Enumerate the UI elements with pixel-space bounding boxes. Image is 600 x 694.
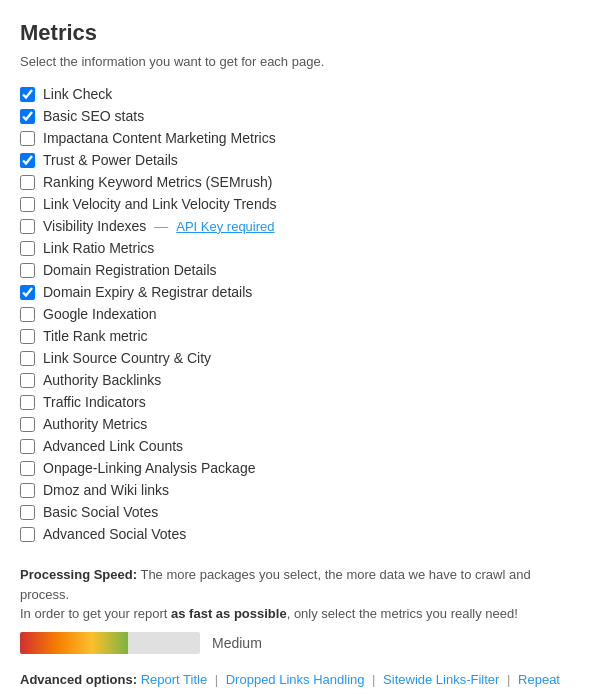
- metric-label-ranking-keyword[interactable]: Ranking Keyword Metrics (SEMrush): [43, 174, 273, 190]
- metric-label-link-ratio[interactable]: Link Ratio Metrics: [43, 240, 154, 256]
- advanced-option-link-sitewide-links[interactable]: Sitewide Links-Filter: [383, 672, 499, 687]
- metric-label-visibility-indexes[interactable]: Visibility Indexes — API Key required: [43, 218, 275, 234]
- processing-bold: as fast as possible: [171, 606, 287, 621]
- metrics-list-item: Link Source Country & City: [20, 347, 580, 369]
- metric-label-advanced-social-votes[interactable]: Advanced Social Votes: [43, 526, 186, 542]
- page-title: Metrics: [20, 20, 580, 46]
- metric-checkbox-authority-backlinks[interactable]: [20, 373, 35, 388]
- metrics-list-item: Ranking Keyword Metrics (SEMrush): [20, 171, 580, 193]
- metric-checkbox-link-check[interactable]: [20, 87, 35, 102]
- metric-checkbox-domain-expiry[interactable]: [20, 285, 35, 300]
- processing-desc2: In order to get your report: [20, 606, 171, 621]
- metrics-list-item: Title Rank metric: [20, 325, 580, 347]
- metric-checkbox-impactana[interactable]: [20, 131, 35, 146]
- speed-bar-filled: [20, 632, 128, 654]
- metric-checkbox-basic-social-votes[interactable]: [20, 505, 35, 520]
- metrics-list-item: Link Check: [20, 83, 580, 105]
- metrics-list-item: Link Ratio Metrics: [20, 237, 580, 259]
- advanced-options-section: Advanced options: Report Title | Dropped…: [20, 670, 580, 695]
- pipe-separator: |: [503, 672, 514, 687]
- metric-label-onpage-linking[interactable]: Onpage-Linking Analysis Package: [43, 460, 255, 476]
- api-key-separator: —: [154, 218, 168, 234]
- metric-label-google-indexation[interactable]: Google Indexation: [43, 306, 157, 322]
- metrics-list-item: Dmoz and Wiki links: [20, 479, 580, 501]
- metric-checkbox-advanced-social-votes[interactable]: [20, 527, 35, 542]
- metric-checkbox-link-source-country[interactable]: [20, 351, 35, 366]
- advanced-option-link-dropped-links[interactable]: Dropped Links Handling: [226, 672, 365, 687]
- metrics-list-item: Authority Metrics: [20, 413, 580, 435]
- metric-checkbox-visibility-indexes[interactable]: [20, 219, 35, 234]
- speed-bar: [20, 632, 200, 654]
- metric-checkbox-google-indexation[interactable]: [20, 307, 35, 322]
- metric-label-traffic-indicators[interactable]: Traffic Indicators: [43, 394, 146, 410]
- metric-checkbox-title-rank[interactable]: [20, 329, 35, 344]
- advanced-option-link-report-title[interactable]: Report Title: [141, 672, 207, 687]
- metric-label-trust-power[interactable]: Trust & Power Details: [43, 152, 178, 168]
- metrics-list-item: Domain Expiry & Registrar details: [20, 281, 580, 303]
- advanced-options-label: Advanced options:: [20, 672, 137, 687]
- metric-checkbox-trust-power[interactable]: [20, 153, 35, 168]
- metric-checkbox-link-velocity[interactable]: [20, 197, 35, 212]
- metric-checkbox-domain-registration[interactable]: [20, 263, 35, 278]
- metric-checkbox-basic-seo-stats[interactable]: [20, 109, 35, 124]
- processing-speed-label: Processing Speed:: [20, 567, 137, 582]
- metric-label-title-rank[interactable]: Title Rank metric: [43, 328, 148, 344]
- metric-checkbox-traffic-indicators[interactable]: [20, 395, 35, 410]
- metric-checkbox-link-ratio[interactable]: [20, 241, 35, 256]
- metrics-list-item: Advanced Link Counts: [20, 435, 580, 457]
- metrics-list: Link CheckBasic SEO statsImpactana Conte…: [20, 83, 580, 545]
- processing-desc3: , only select the metrics you really nee…: [287, 606, 518, 621]
- metric-checkbox-onpage-linking[interactable]: [20, 461, 35, 476]
- metric-label-basic-seo-stats[interactable]: Basic SEO stats: [43, 108, 144, 124]
- page-subtitle: Select the information you want to get f…: [20, 54, 580, 69]
- pipe-separator: |: [211, 672, 222, 687]
- metric-label-domain-expiry[interactable]: Domain Expiry & Registrar details: [43, 284, 252, 300]
- metrics-list-item: Onpage-Linking Analysis Package: [20, 457, 580, 479]
- metric-checkbox-authority-metrics[interactable]: [20, 417, 35, 432]
- metrics-list-item: Authority Backlinks: [20, 369, 580, 391]
- metrics-list-item: Impactana Content Marketing Metrics: [20, 127, 580, 149]
- metrics-list-item: Basic SEO stats: [20, 105, 580, 127]
- metric-checkbox-dmoz-wiki[interactable]: [20, 483, 35, 498]
- metrics-list-item: Advanced Social Votes: [20, 523, 580, 545]
- metrics-list-item: Basic Social Votes: [20, 501, 580, 523]
- metrics-list-item: Traffic Indicators: [20, 391, 580, 413]
- metric-label-link-check[interactable]: Link Check: [43, 86, 112, 102]
- metric-label-advanced-link-counts[interactable]: Advanced Link Counts: [43, 438, 183, 454]
- processing-section: Processing Speed: The more packages you …: [20, 565, 580, 654]
- metric-label-domain-registration[interactable]: Domain Registration Details: [43, 262, 217, 278]
- metric-label-impactana[interactable]: Impactana Content Marketing Metrics: [43, 130, 276, 146]
- metric-checkbox-ranking-keyword[interactable]: [20, 175, 35, 190]
- api-key-required-link[interactable]: API Key required: [176, 219, 274, 234]
- metric-label-basic-social-votes[interactable]: Basic Social Votes: [43, 504, 158, 520]
- pipe-separator: |: [369, 672, 380, 687]
- speed-bar-empty: [128, 632, 200, 654]
- speed-bar-container: Medium: [20, 632, 580, 654]
- metrics-list-item: Visibility Indexes — API Key required: [20, 215, 580, 237]
- metric-label-link-source-country[interactable]: Link Source Country & City: [43, 350, 211, 366]
- metric-label-authority-metrics[interactable]: Authority Metrics: [43, 416, 147, 432]
- metric-label-dmoz-wiki[interactable]: Dmoz and Wiki links: [43, 482, 169, 498]
- metrics-list-item: Link Velocity and Link Velocity Trends: [20, 193, 580, 215]
- metrics-list-item: Trust & Power Details: [20, 149, 580, 171]
- metrics-list-item: Google Indexation: [20, 303, 580, 325]
- metric-label-link-velocity[interactable]: Link Velocity and Link Velocity Trends: [43, 196, 276, 212]
- speed-label: Medium: [212, 635, 262, 651]
- metric-checkbox-advanced-link-counts[interactable]: [20, 439, 35, 454]
- metric-label-authority-backlinks[interactable]: Authority Backlinks: [43, 372, 161, 388]
- metrics-list-item: Domain Registration Details: [20, 259, 580, 281]
- processing-speed-text: Processing Speed: The more packages you …: [20, 565, 580, 624]
